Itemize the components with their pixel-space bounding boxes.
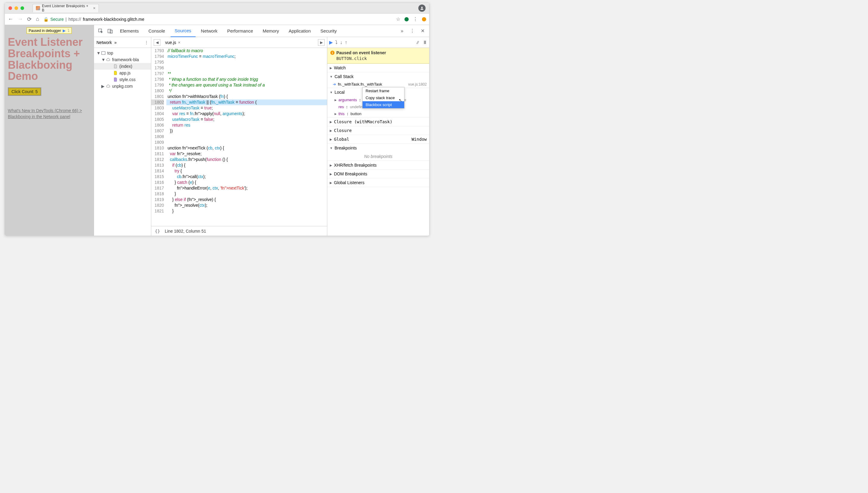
tab-security[interactable]: Security xyxy=(316,25,341,37)
url-proto: https:// xyxy=(68,17,81,22)
pause-info: iPaused on event listener BUTTON.click xyxy=(327,48,429,64)
stack-frame[interactable]: ➔fn._withTask.fn._withTaskvue.js:1802 xyxy=(327,81,429,88)
callstack-section[interactable]: ▼Call Stack xyxy=(327,72,429,81)
titlebar: Event Listener Breakpoints + B × xyxy=(5,3,429,14)
minimize-window-icon[interactable] xyxy=(15,6,18,10)
lock-icon: 🔒 xyxy=(43,17,48,22)
deactivate-bp-icon[interactable]: ⫽ xyxy=(415,40,420,45)
resume-icon[interactable]: ▶ xyxy=(63,28,66,33)
browser-tab[interactable]: Event Listener Breakpoints + B × xyxy=(32,4,99,12)
cursor-position: Line 1802, Column 51 xyxy=(165,229,206,234)
devtools: Elements Console Sources Network Perform… xyxy=(94,25,429,236)
file-tree-panel: Network » ⋮ ▼top ▼framework-bla (index) … xyxy=(94,37,151,236)
dom-bp-section[interactable]: ▶DOM Breakpoints xyxy=(327,170,429,178)
favicon-icon xyxy=(36,6,40,10)
step-icon[interactable]: ⤵ xyxy=(67,28,70,33)
closure1-section[interactable]: ▶Closure (withMacroTask) xyxy=(327,117,429,126)
resume-button[interactable]: ▶ xyxy=(329,40,333,45)
tab-application[interactable]: Application xyxy=(284,25,315,37)
tree-file-stylecss[interactable]: style.css xyxy=(94,76,151,83)
code-editor[interactable]: 1793179417951796179717981799180018011802… xyxy=(151,48,327,226)
extension-orange-icon[interactable] xyxy=(422,17,426,21)
click-count-button[interactable]: Click Count: 5 xyxy=(8,87,41,96)
context-menu: Restart frame Copy stack trace Blackbox … xyxy=(362,87,405,108)
pause-exceptions-icon[interactable]: ⏸ xyxy=(422,40,427,45)
more-tabs-icon[interactable]: » xyxy=(398,27,406,35)
back-button[interactable]: ← xyxy=(8,16,13,22)
global-listeners-section[interactable]: ▶Global Listeners xyxy=(327,178,429,187)
tree-file-index[interactable]: (index) xyxy=(94,63,151,70)
devtools-tabs: Elements Console Sources Network Perform… xyxy=(94,25,429,37)
page-link[interactable]: What's New In DevTools (Chrome 66) > Bla… xyxy=(8,108,91,120)
home-button[interactable]: ⌂ xyxy=(36,16,39,22)
breakpoints-section[interactable]: ▼Breakpoints xyxy=(327,144,429,152)
tab-close-icon[interactable]: × xyxy=(93,6,95,10)
filetree-tab[interactable]: Network xyxy=(96,40,112,45)
settings-icon[interactable]: ⋮ xyxy=(408,27,416,35)
format-icon[interactable]: {} xyxy=(155,229,160,234)
ctx-copy-stack[interactable]: Copy stack trace xyxy=(363,94,404,101)
addr-actions: ☆ ⋮ xyxy=(396,16,426,22)
paused-label: Paused in debugger xyxy=(29,29,61,33)
tab-sources[interactable]: Sources xyxy=(171,25,196,37)
nav-left-icon[interactable]: ◀ xyxy=(154,39,160,46)
filetree-menu-icon[interactable]: ⋮ xyxy=(144,40,149,45)
current-frame-icon: ➔ xyxy=(333,82,336,86)
page-title: Event Listener Breakpoints + Blackboxing… xyxy=(8,37,91,82)
tree-cdn[interactable]: ▶unpkg.com xyxy=(94,83,151,89)
no-breakpoints: No breakpoints xyxy=(327,152,429,160)
tab-performance[interactable]: Performance xyxy=(223,25,257,37)
tab-elements[interactable]: Elements xyxy=(116,25,143,37)
tab-network[interactable]: Network xyxy=(197,25,222,37)
close-window-icon[interactable] xyxy=(8,6,12,10)
more-panes-icon[interactable]: » xyxy=(114,40,117,45)
scope-this[interactable]: ▶this: button xyxy=(327,110,429,117)
tab-memory[interactable]: Memory xyxy=(259,25,283,37)
step-out-icon[interactable]: ↑ xyxy=(345,40,347,45)
close-devtools-icon[interactable]: ✕ xyxy=(418,27,427,35)
url-field[interactable]: 🔒 Secure | https://framework-blackboxing… xyxy=(43,17,392,22)
reload-button[interactable]: ⟳ xyxy=(27,16,31,23)
editor-tab[interactable]: vue.js× xyxy=(163,39,183,46)
browser-window: Event Listener Breakpoints + B × ← → ⟳ ⌂… xyxy=(4,2,430,236)
tree-top[interactable]: ▼top xyxy=(94,50,151,56)
info-icon: i xyxy=(330,51,334,55)
inspect-icon[interactable] xyxy=(96,27,105,35)
maximize-window-icon[interactable] xyxy=(21,6,24,10)
url-host: framework-blackboxing.glitch.me xyxy=(83,17,144,22)
bookmark-icon[interactable]: ☆ xyxy=(396,16,400,22)
ctx-blackbox-script[interactable]: Blackbox script xyxy=(363,101,404,108)
forward-button[interactable]: → xyxy=(18,16,23,22)
debugger-panel: ▶ ⤵ ↓ ↑ ⫽ ⏸ iPaused on event listener BU… xyxy=(327,37,429,236)
device-icon[interactable] xyxy=(106,27,114,35)
editor-tab-close-icon[interactable]: × xyxy=(178,40,180,45)
step-over-icon[interactable]: ⤵ xyxy=(335,40,338,45)
svg-rect-4 xyxy=(102,51,105,55)
extension-green-icon[interactable] xyxy=(405,17,409,21)
tree-file-appjs[interactable]: app.js xyxy=(94,70,151,76)
closure2-section[interactable]: ▶Closure xyxy=(327,126,429,135)
tab-title: Event Listener Breakpoints + B xyxy=(42,4,91,12)
tree-domain[interactable]: ▼framework-bla xyxy=(94,56,151,63)
step-into-icon[interactable]: ↓ xyxy=(340,40,342,45)
account-icon[interactable] xyxy=(418,4,426,12)
mouse-cursor-icon: ↖ xyxy=(399,98,402,103)
pause-target: BUTTON.click xyxy=(337,56,426,61)
tab-console[interactable]: Console xyxy=(144,25,169,37)
watch-section[interactable]: ▶Watch xyxy=(327,64,429,72)
ctx-restart-frame[interactable]: Restart frame xyxy=(363,87,404,94)
global-section[interactable]: ▶GlobalWindow xyxy=(327,135,429,144)
svg-rect-2 xyxy=(108,29,111,33)
menu-icon[interactable]: ⋮ xyxy=(413,16,418,22)
secure-label: Secure xyxy=(50,17,64,22)
paused-overlay: Paused in debugger ▶ ⤵ xyxy=(26,27,72,34)
traffic-lights xyxy=(8,6,24,10)
editor-panel: ◀ vue.js× ▶ 1793179417951796179717981799… xyxy=(151,37,327,236)
xhr-bp-section[interactable]: ▶XHR/fetch Breakpoints xyxy=(327,161,429,169)
address-bar: ← → ⟳ ⌂ 🔒 Secure | https://framework-bla… xyxy=(5,14,429,25)
nav-right-icon[interactable]: ▶ xyxy=(318,39,325,46)
svg-point-0 xyxy=(421,7,423,8)
page-content: Paused in debugger ▶ ⤵ Event Listener Br… xyxy=(5,25,94,236)
